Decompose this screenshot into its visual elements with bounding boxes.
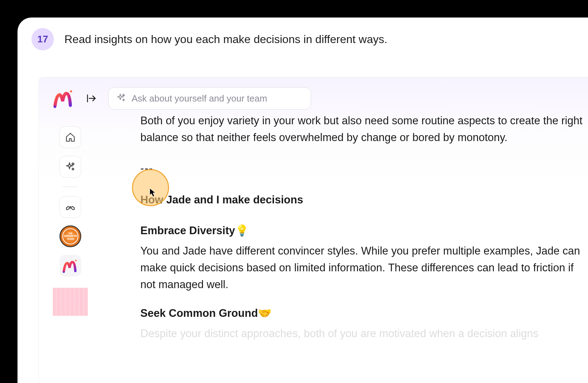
growth-team-avatar[interactable]: THE GROWTH TEAM: [59, 225, 81, 247]
paragraph-intro: Both of you enjoy variety in your work b…: [140, 112, 588, 146]
content-divider: ---: [140, 160, 588, 177]
app-logo[interactable]: [53, 89, 75, 108]
sidebar-bottom-decoration: [53, 288, 88, 316]
app-workspace-avatar[interactable]: [59, 255, 81, 277]
sidebar-divider: [63, 187, 78, 187]
subsection-title-text: Embrace Diversity: [140, 224, 235, 237]
handshake-emoji: 🤝: [258, 305, 272, 322]
subsection-title-2: Seek Common Ground🤝: [140, 305, 588, 322]
top-bar: [39, 77, 588, 117]
svg-point-1: [54, 106, 56, 108]
growth-team-text: TEAM: [67, 238, 74, 241]
sparkle-icon: [116, 93, 126, 104]
expand-sidebar-button[interactable]: [84, 91, 98, 105]
instruction-bar: 17 Read insights on how you each make de…: [18, 18, 588, 57]
search-box[interactable]: [108, 87, 311, 110]
section-heading: How Jade and I make decisions: [140, 192, 588, 208]
subsection-title-1: Embrace Diversity💡: [140, 222, 588, 239]
step-number-badge: 17: [31, 28, 54, 50]
tutorial-window: 17 Read insights on how you each make de…: [18, 18, 588, 383]
search-input[interactable]: [132, 93, 303, 104]
insights-content: Both of you enjoy variety in your work b…: [140, 112, 588, 383]
app-frame: THE GROWTH TEAM Both of you enjoy variet…: [38, 77, 588, 383]
lightbulb-emoji: 💡: [235, 222, 249, 239]
svg-point-4: [75, 260, 77, 262]
instruction-text: Read insights on how you each make decis…: [64, 33, 387, 46]
team-button[interactable]: [59, 196, 81, 218]
subsection-body-2: Despite your distinct approaches, both o…: [140, 325, 588, 342]
svg-point-5: [63, 271, 65, 273]
sidebar: THE GROWTH TEAM: [53, 126, 88, 316]
svg-point-0: [70, 90, 72, 92]
insights-button[interactable]: [59, 156, 81, 177]
subsection-body-1: You and Jade have different convincer st…: [140, 243, 588, 293]
subsection-title-text: Seek Common Ground: [140, 307, 258, 319]
home-button[interactable]: [59, 126, 81, 148]
